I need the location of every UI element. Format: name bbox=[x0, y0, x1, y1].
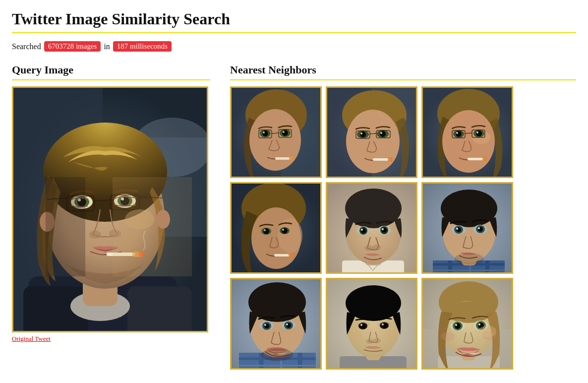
search-info-bar: Searched 6703728 images in 187 milliseco… bbox=[12, 41, 576, 52]
svg-point-71 bbox=[456, 132, 458, 134]
neighbors-grid bbox=[230, 86, 576, 370]
svg-point-158 bbox=[347, 330, 362, 340]
svg-point-38 bbox=[249, 109, 301, 171]
neighbor-image-6 bbox=[423, 184, 513, 274]
svg-point-100 bbox=[361, 229, 363, 231]
svg-rect-64 bbox=[388, 157, 393, 162]
svg-point-56 bbox=[360, 132, 362, 134]
svg-rect-90 bbox=[274, 254, 290, 256]
svg-point-159 bbox=[385, 329, 400, 339]
svg-line-62 bbox=[370, 133, 376, 134]
svg-point-40 bbox=[262, 130, 268, 136]
svg-rect-49 bbox=[289, 156, 294, 161]
neighbor-cell-5[interactable] bbox=[326, 182, 417, 274]
query-face-svg bbox=[13, 88, 207, 331]
neighbor-image-8 bbox=[327, 279, 417, 370]
query-image bbox=[13, 88, 207, 331]
search-prefix: Searched bbox=[12, 42, 41, 51]
svg-point-152 bbox=[360, 324, 362, 326]
svg-rect-79 bbox=[482, 157, 487, 161]
svg-point-104 bbox=[382, 228, 384, 230]
svg-rect-33 bbox=[113, 177, 192, 276]
query-image-container bbox=[12, 86, 208, 332]
neighbor-image-9 bbox=[423, 279, 513, 370]
query-section: Query Image bbox=[12, 64, 210, 370]
page-title: Twitter Image Similarity Search bbox=[12, 10, 576, 33]
neighbor-image-7 bbox=[232, 279, 322, 370]
svg-line-77 bbox=[465, 133, 472, 133]
svg-point-155 bbox=[382, 323, 384, 325]
svg-point-74 bbox=[476, 131, 478, 133]
svg-point-176 bbox=[478, 325, 496, 337]
svg-point-139 bbox=[264, 324, 266, 326]
svg-point-116 bbox=[441, 190, 497, 227]
neighbor-cell-8[interactable] bbox=[326, 278, 417, 370]
images-count-badge: 6703728 images bbox=[44, 41, 101, 52]
svg-point-125 bbox=[454, 253, 484, 265]
svg-point-55 bbox=[360, 131, 366, 137]
svg-point-44 bbox=[283, 131, 285, 133]
svg-point-143 bbox=[286, 323, 288, 325]
svg-point-156 bbox=[366, 339, 374, 344]
neighbor-image-1 bbox=[232, 88, 322, 178]
svg-point-157 bbox=[373, 338, 381, 343]
search-time-badge: 187 milliseconds bbox=[113, 41, 172, 52]
svg-point-89 bbox=[282, 229, 284, 231]
neighbor-image-4 bbox=[232, 184, 322, 274]
svg-point-124 bbox=[478, 227, 480, 229]
svg-point-59 bbox=[380, 132, 382, 134]
neighbor-image-3 bbox=[423, 88, 513, 178]
svg-point-27 bbox=[89, 231, 101, 239]
svg-point-174 bbox=[441, 332, 455, 341]
neighbor-cell-4[interactable] bbox=[230, 182, 322, 274]
original-tweet-link[interactable]: Original Tweet bbox=[12, 335, 210, 343]
neighbor-cell-9[interactable] bbox=[421, 278, 513, 370]
neighbor-cell-2[interactable] bbox=[326, 86, 417, 178]
neighbors-section: Nearest Neighbors bbox=[230, 64, 576, 370]
svg-point-85 bbox=[263, 228, 269, 234]
svg-point-96 bbox=[345, 189, 402, 228]
svg-line-47 bbox=[272, 133, 279, 133]
query-section-title: Query Image bbox=[12, 64, 210, 80]
neighbor-image-2 bbox=[327, 88, 417, 178]
svg-point-120 bbox=[456, 228, 458, 230]
svg-point-144 bbox=[261, 348, 293, 361]
neighbor-cell-3[interactable] bbox=[421, 86, 513, 178]
svg-point-86 bbox=[264, 229, 266, 231]
svg-point-41 bbox=[263, 131, 265, 133]
svg-point-168 bbox=[455, 323, 461, 329]
neighbor-cell-6[interactable] bbox=[421, 182, 513, 274]
svg-point-88 bbox=[282, 228, 288, 234]
svg-rect-63 bbox=[373, 158, 390, 161]
svg-rect-91 bbox=[289, 253, 294, 257]
svg-point-53 bbox=[346, 110, 400, 173]
neighbor-image-5 bbox=[327, 184, 417, 274]
svg-rect-78 bbox=[468, 158, 484, 160]
svg-point-58 bbox=[380, 131, 386, 137]
svg-point-105 bbox=[364, 245, 373, 251]
svg-rect-7 bbox=[127, 286, 192, 331]
svg-point-43 bbox=[282, 130, 288, 136]
svg-point-169 bbox=[455, 324, 457, 326]
svg-point-73 bbox=[476, 130, 482, 136]
search-connector: in bbox=[104, 42, 110, 51]
neighbor-cell-7[interactable] bbox=[230, 278, 322, 370]
neighbors-section-title: Nearest Neighbors bbox=[230, 64, 576, 80]
svg-point-173 bbox=[478, 323, 480, 325]
svg-point-70 bbox=[456, 131, 462, 137]
svg-point-106 bbox=[372, 245, 381, 251]
svg-rect-34 bbox=[46, 177, 85, 276]
svg-rect-48 bbox=[275, 157, 291, 160]
main-layout: Query Image bbox=[12, 64, 576, 370]
neighbor-cell-1[interactable] bbox=[230, 86, 322, 178]
